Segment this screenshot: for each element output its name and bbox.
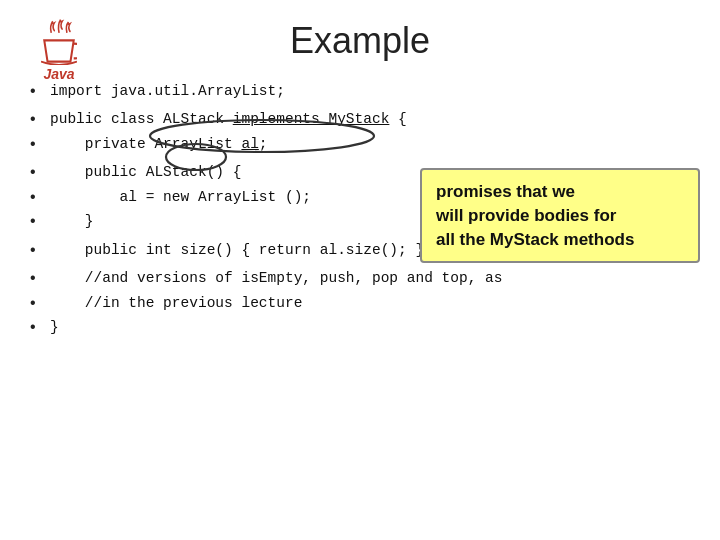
list-item: • import java.util.ArrayList; — [30, 80, 690, 102]
code-line: al = new ArrayList (); — [50, 186, 311, 208]
java-logo: Java — [30, 15, 88, 73]
callout-line-3: all the MyStack methods — [436, 230, 634, 249]
code-line: } — [50, 316, 59, 338]
list-item: • //in the previous lecture — [30, 292, 690, 314]
header: Java Example — [30, 20, 690, 62]
code-line: //in the previous lecture — [50, 292, 302, 314]
bullet: • — [30, 161, 50, 181]
bullet: • — [30, 316, 50, 336]
code-line: public ALStack() { — [50, 161, 241, 183]
bullet: • — [30, 267, 50, 287]
bullet: • — [30, 80, 50, 100]
list-item: • } — [30, 316, 690, 338]
bullet: • — [30, 292, 50, 312]
bullet: • — [30, 210, 50, 230]
callout-line-1: promises that we — [436, 182, 575, 201]
slide-title: Example — [290, 20, 430, 62]
bullet: • — [30, 108, 50, 128]
list-item: • //and versions of isEmpty, push, pop a… — [30, 267, 690, 289]
code-line: public int size() { return al.size(); } — [50, 239, 424, 261]
callout-line-2: will provide bodies for — [436, 206, 616, 225]
bullet: • — [30, 133, 50, 153]
code-line: public class ALStack implements MyStack … — [50, 108, 407, 130]
list-item: • private ArrayList al; — [30, 133, 690, 155]
slide: Java Example • import java.util.ArrayLis… — [0, 0, 720, 540]
callout-box: promises that we will provide bodies for… — [420, 168, 700, 263]
list-item: • public class ALStack implements MyStac… — [30, 108, 690, 130]
code-line: import java.util.ArrayList; — [50, 80, 285, 102]
bullet: • — [30, 186, 50, 206]
code-line: private ArrayList al; — [50, 133, 268, 155]
code-line: } — [50, 210, 94, 232]
bullet: • — [30, 239, 50, 259]
code-line: //and versions of isEmpty, push, pop and… — [50, 267, 502, 289]
